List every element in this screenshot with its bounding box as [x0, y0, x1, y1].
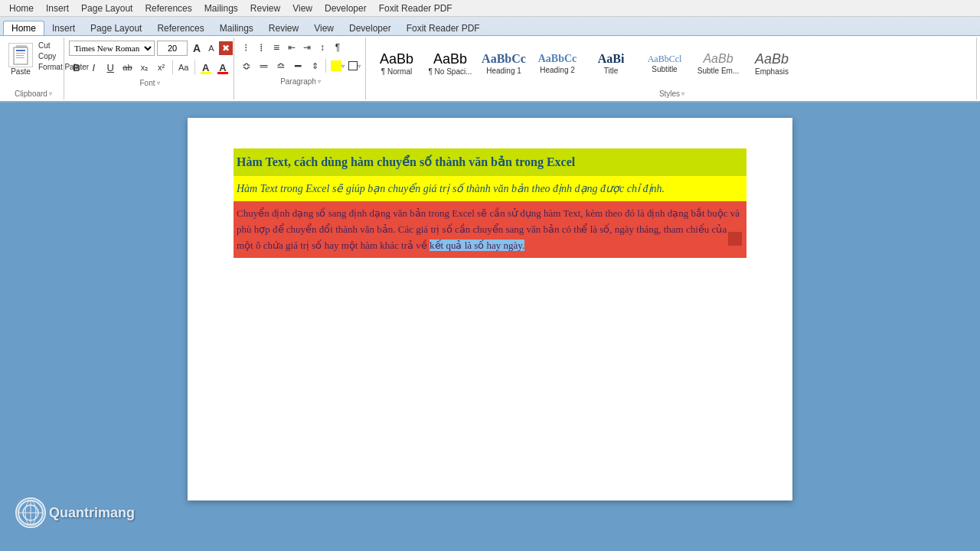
- tab-view[interactable]: View: [306, 21, 341, 35]
- increase-indent-button[interactable]: ⇥: [300, 41, 314, 54]
- watermark-label: Quantrimang: [49, 505, 135, 521]
- style-heading1-preview: AaBbCc: [480, 53, 528, 65]
- paragraph-row2: ≎ ═ ≏ ━ ⇕ ▿ ▿: [239, 56, 362, 76]
- font-color-bar: [217, 72, 228, 74]
- tab-references[interactable]: References: [149, 21, 211, 35]
- body-paragraph: Chuyển định dạng số sang định dạng văn b…: [234, 201, 746, 258]
- font-family-selector[interactable]: Times New Roman Arial Calibri: [69, 41, 155, 56]
- clipboard-top: Paste Cut Copy Format Painter: [6, 39, 60, 90]
- style-normal-label: ¶ Normal: [373, 67, 420, 76]
- body-highlighted-text: kết quả là số hay ngày.: [430, 240, 524, 251]
- tab-mailings[interactable]: Mailings: [212, 21, 261, 35]
- style-subtle-emphasis[interactable]: AaBb Subtle Em...: [692, 41, 744, 86]
- clipboard-label: Clipboard ▿: [6, 90, 60, 98]
- tab-review[interactable]: Review: [261, 21, 306, 35]
- menu-insert[interactable]: Insert: [40, 2, 75, 15]
- style-title-preview: AaBi: [587, 53, 635, 65]
- style-title[interactable]: AaBi Title: [585, 41, 637, 86]
- styles-expand-icon[interactable]: ▿: [681, 90, 684, 97]
- style-subtitle-preview: AaBbCcl: [641, 54, 688, 64]
- subtitle-paragraph: Hàm Text trong Excel sẽ giúp bạn chuyển …: [234, 176, 746, 201]
- highlight-color-bar: [201, 72, 211, 74]
- bold-button[interactable]: B: [69, 59, 84, 76]
- bullets-button[interactable]: ⁝: [239, 41, 253, 54]
- menu-mailings[interactable]: Mailings: [198, 2, 244, 15]
- justify-button[interactable]: ━: [290, 57, 305, 74]
- subscript-button[interactable]: x₂: [137, 59, 152, 76]
- sort-button[interactable]: ↕: [315, 41, 329, 54]
- decrease-indent-button[interactable]: ⇤: [285, 41, 299, 54]
- borders-button[interactable]: ▿: [347, 57, 362, 74]
- paragraph-group: ⁝ ⁞ ≡ ⇤ ⇥ ↕ ¶ ≎ ═ ≏ ━ ⇕ ▿: [236, 37, 366, 99]
- red-square-decoration: [728, 232, 742, 246]
- strikethrough-button[interactable]: ab: [119, 59, 135, 76]
- style-emphasis-label: Emphasis: [748, 67, 795, 76]
- style-no-spacing[interactable]: AaBb ¶ No Spaci...: [424, 41, 476, 86]
- document-content: Hàm Text, cách dùng hàm chuyển số thành …: [234, 148, 746, 258]
- multilevel-list-button[interactable]: ≡: [270, 41, 283, 54]
- style-heading2[interactable]: AaBbCc Heading 2: [531, 41, 583, 86]
- clipboard-group: Paste Cut Copy Format Painter Clipboard …: [3, 37, 64, 99]
- tab-page-layout[interactable]: Page Layout: [83, 21, 149, 35]
- menu-review[interactable]: Review: [244, 2, 286, 15]
- tab-home[interactable]: Home: [3, 21, 44, 35]
- style-title-label: Title: [587, 67, 635, 75]
- tab-insert[interactable]: Insert: [44, 21, 83, 35]
- separator2: [194, 60, 195, 74]
- align-center-button[interactable]: ═: [256, 57, 271, 74]
- paste-button[interactable]: Paste: [6, 41, 35, 78]
- document-area: Hàm Text, cách dùng hàm chuyển số thành …: [0, 103, 980, 516]
- svg-rect-3: [16, 53, 25, 54]
- tab-foxit[interactable]: Foxit Reader PDF: [399, 21, 488, 35]
- font-row1: Times New Roman Arial Calibri A A ✖: [69, 39, 230, 57]
- styles-group: AaBb ¶ Normal AaBb ¶ No Spaci... AaBbCc …: [368, 37, 977, 99]
- separator3: [325, 59, 326, 73]
- change-case-button[interactable]: Aa: [176, 59, 191, 76]
- menu-home[interactable]: Home: [3, 2, 40, 15]
- menu-page-layout[interactable]: Page Layout: [75, 2, 139, 15]
- numbering-button[interactable]: ⁞: [254, 41, 268, 54]
- watermark: Quantrimang: [15, 497, 135, 528]
- paragraph-row1: ⁝ ⁞ ≡ ⇤ ⇥ ↕ ¶: [239, 39, 362, 56]
- clipboard-expand-icon[interactable]: ▿: [49, 90, 52, 97]
- font-expand-icon[interactable]: ▿: [157, 80, 160, 86]
- shading-button[interactable]: ▿: [329, 57, 345, 74]
- align-right-button[interactable]: ≏: [273, 57, 289, 74]
- line-spacing-button[interactable]: ⇕: [307, 57, 322, 74]
- style-subtitle[interactable]: AaBbCcl Subtitle: [639, 41, 691, 86]
- ribbon-tabs: Home Insert Page Layout References Maili…: [0, 18, 980, 35]
- ribbon-content: Paste Cut Copy Format Painter Clipboard …: [0, 35, 980, 101]
- clear-formatting-button[interactable]: ✖: [219, 41, 233, 55]
- grow-font-button[interactable]: A: [190, 41, 204, 55]
- tab-developer[interactable]: Developer: [341, 21, 399, 35]
- menu-view[interactable]: View: [286, 2, 318, 15]
- shrink-font-button[interactable]: A: [204, 41, 218, 55]
- style-emphasis[interactable]: AaBb Emphasis: [746, 41, 798, 86]
- menu-foxit[interactable]: Foxit Reader PDF: [373, 2, 459, 15]
- paste-label: Paste: [11, 67, 31, 76]
- style-heading2-label: Heading 2: [534, 66, 581, 74]
- style-no-spacing-preview: AaBb: [426, 52, 474, 66]
- font-group: Times New Roman Arial Calibri A A ✖ B I …: [66, 37, 234, 99]
- menu-developer[interactable]: Developer: [318, 2, 373, 15]
- align-left-button[interactable]: ≎: [239, 57, 254, 74]
- underline-button[interactable]: U: [103, 59, 118, 76]
- style-normal[interactable]: AaBb ¶ Normal: [371, 41, 423, 86]
- watermark-circle: [15, 497, 46, 528]
- styles-content: AaBb ¶ Normal AaBb ¶ No Spaci... AaBbCc …: [371, 39, 973, 88]
- style-subtle-em-label: Subtle Em...: [694, 67, 742, 75]
- style-no-spacing-label: ¶ No Spaci...: [426, 67, 474, 76]
- paragraph-expand-icon[interactable]: ▿: [318, 78, 321, 85]
- italic-button[interactable]: I: [86, 59, 101, 76]
- highlight-color-button[interactable]: A: [198, 59, 214, 76]
- superscript-button[interactable]: x²: [154, 59, 169, 76]
- menu-references[interactable]: References: [139, 2, 198, 15]
- separator1: [172, 60, 173, 74]
- font-color-button[interactable]: A: [215, 59, 230, 76]
- show-hide-button[interactable]: ¶: [331, 41, 345, 54]
- svg-rect-2: [16, 50, 25, 51]
- page[interactable]: Hàm Text, cách dùng hàm chuyển số thành …: [188, 118, 792, 500]
- font-size-input[interactable]: [157, 41, 188, 56]
- font-label: Font ▿: [69, 77, 230, 87]
- style-heading1[interactable]: AaBbCc Heading 1: [478, 41, 530, 86]
